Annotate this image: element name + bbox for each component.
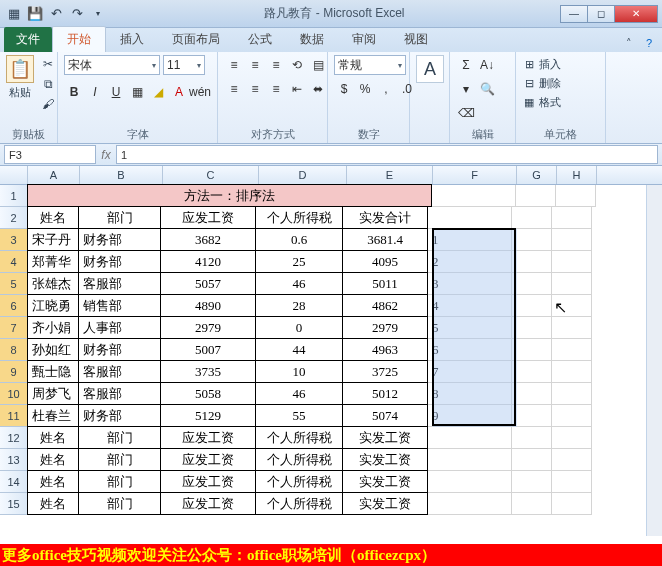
tab-insert[interactable]: 插入	[106, 27, 158, 52]
align-middle-icon[interactable]: ≡	[245, 55, 265, 75]
cell[interactable]: 江晓勇	[27, 294, 79, 317]
tab-layout[interactable]: 页面布局	[158, 27, 234, 52]
minimize-button[interactable]: —	[560, 5, 588, 23]
cell[interactable]: 周梦飞	[27, 382, 79, 405]
row-header[interactable]: 13	[0, 449, 28, 471]
cell[interactable]	[552, 471, 592, 493]
cell[interactable]: 5057	[160, 272, 256, 295]
cell[interactable]: 孙如红	[27, 338, 79, 361]
cell[interactable]	[512, 405, 552, 427]
cell[interactable]	[516, 185, 556, 207]
help-icon[interactable]: ?	[640, 34, 658, 52]
italic-button[interactable]: I	[85, 82, 105, 102]
cell[interactable]: 个人所得税	[255, 492, 343, 515]
cells-area[interactable]: 方法一：排序法姓名部门应发工资个人所得税实发合计宋子丹财务部36820.6368…	[28, 185, 596, 515]
row-header[interactable]: 5	[0, 273, 28, 295]
cell[interactable]: 3735	[160, 360, 256, 383]
cell[interactable]: 部门	[78, 492, 161, 515]
cell[interactable]: 应发工资	[160, 206, 256, 229]
cell[interactable]: 郑菁华	[27, 250, 79, 273]
insert-cells-button[interactable]: ⊞插入	[522, 55, 561, 73]
cell[interactable]	[552, 361, 592, 383]
align-top-icon[interactable]: ≡	[224, 55, 244, 75]
cell[interactable]: 财务部	[78, 228, 161, 251]
cell[interactable]	[512, 339, 552, 361]
cell[interactable]: 姓名	[27, 426, 79, 449]
cell[interactable]: 46	[255, 272, 343, 295]
cell[interactable]: 财务部	[78, 338, 161, 361]
cell[interactable]: 客服部	[78, 360, 161, 383]
cell[interactable]	[552, 405, 592, 427]
cell[interactable]: 2979	[160, 316, 256, 339]
row-header[interactable]: 3	[0, 229, 28, 251]
cell[interactable]	[428, 207, 512, 229]
cell[interactable]	[512, 493, 552, 515]
cell[interactable]: 姓名	[27, 206, 79, 229]
clear-icon[interactable]: ⌫	[456, 103, 476, 123]
cell[interactable]: 客服部	[78, 272, 161, 295]
cell[interactable]	[512, 229, 552, 251]
row-header[interactable]: 2	[0, 207, 28, 229]
percent-icon[interactable]: %	[355, 79, 375, 99]
cell[interactable]: 齐小娟	[27, 316, 79, 339]
cell[interactable]	[512, 295, 552, 317]
fill-color-button[interactable]: ◢	[148, 82, 168, 102]
find-icon[interactable]: 🔍	[477, 79, 497, 99]
cell[interactable]	[552, 449, 592, 471]
fx-icon[interactable]: fx	[96, 148, 116, 162]
cell[interactable]: 个人所得税	[255, 448, 343, 471]
tab-review[interactable]: 审阅	[338, 27, 390, 52]
cell[interactable]	[552, 493, 592, 515]
phonetic-button[interactable]: wén	[190, 82, 210, 102]
cell[interactable]: 9	[428, 405, 512, 427]
cell[interactable]: 6	[428, 339, 512, 361]
row-header[interactable]: 15	[0, 493, 28, 515]
cell[interactable]	[556, 185, 596, 207]
cell[interactable]: 姓名	[27, 492, 79, 515]
cell[interactable]: 个人所得税	[255, 426, 343, 449]
cell[interactable]	[512, 207, 552, 229]
row-header[interactable]: 9	[0, 361, 28, 383]
wrap-text-icon[interactable]: ▤	[308, 55, 328, 75]
cell[interactable]	[552, 295, 592, 317]
row-header[interactable]: 8	[0, 339, 28, 361]
sort-icon[interactable]: A↓	[477, 55, 497, 75]
bold-button[interactable]: B	[64, 82, 84, 102]
col-header-C[interactable]: C	[163, 166, 259, 184]
formula-bar[interactable]: 1	[116, 145, 658, 164]
cell[interactable]: 部门	[78, 448, 161, 471]
cell[interactable]: 28	[255, 294, 343, 317]
underline-button[interactable]: U	[106, 82, 126, 102]
row-header[interactable]: 1	[0, 185, 28, 207]
cell[interactable]: 实发工资	[342, 492, 428, 515]
cell[interactable]: 3	[428, 273, 512, 295]
number-format-combo[interactable]: 常规▾	[334, 55, 406, 75]
cell[interactable]: 3681.4	[342, 228, 428, 251]
cell[interactable]: 5074	[342, 404, 428, 427]
cell[interactable]: 5129	[160, 404, 256, 427]
format-cells-button[interactable]: ▦格式	[522, 93, 561, 111]
row-header[interactable]: 12	[0, 427, 28, 449]
cell[interactable]: 杜春兰	[27, 404, 79, 427]
cell[interactable]: 客服部	[78, 382, 161, 405]
cell[interactable]: 2	[428, 251, 512, 273]
cell[interactable]: 1	[428, 229, 512, 251]
cell[interactable]: 5007	[160, 338, 256, 361]
cell[interactable]: 10	[255, 360, 343, 383]
cell[interactable]: 应发工资	[160, 492, 256, 515]
cell[interactable]: 财务部	[78, 404, 161, 427]
cell[interactable]	[552, 339, 592, 361]
indent-dec-icon[interactable]: ⇤	[287, 79, 307, 99]
cell[interactable]	[512, 361, 552, 383]
cell[interactable]: 5012	[342, 382, 428, 405]
tab-formulas[interactable]: 公式	[234, 27, 286, 52]
save-icon[interactable]: 💾	[25, 4, 45, 24]
cell[interactable]: 实发工资	[342, 448, 428, 471]
cell[interactable]: 人事部	[78, 316, 161, 339]
cell[interactable]: 实发工资	[342, 470, 428, 493]
cell[interactable]	[512, 471, 552, 493]
col-header-F[interactable]: F	[433, 166, 517, 184]
currency-icon[interactable]: $	[334, 79, 354, 99]
cell[interactable]: 个人所得税	[255, 470, 343, 493]
cell[interactable]: 应发工资	[160, 426, 256, 449]
